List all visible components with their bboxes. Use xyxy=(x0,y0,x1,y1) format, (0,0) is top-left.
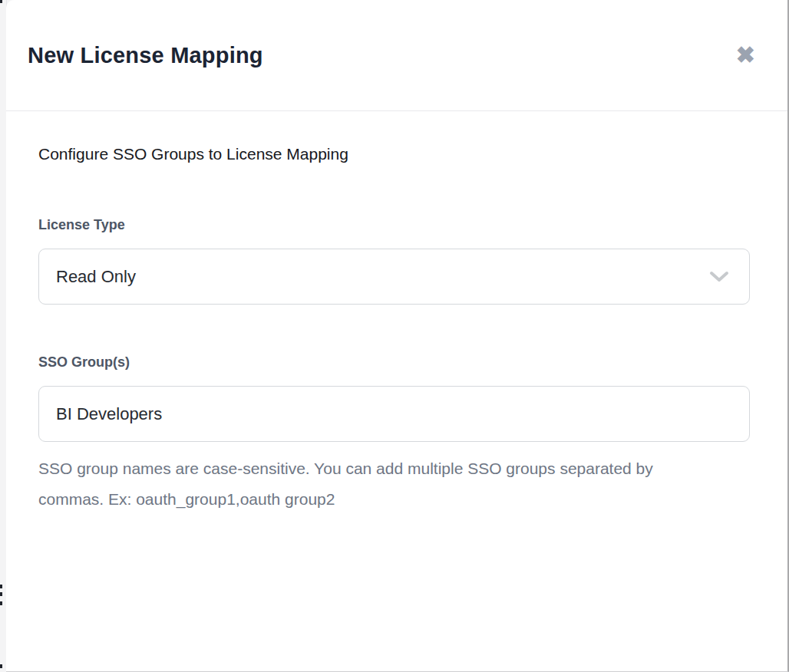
dialog-title: New License Mapping xyxy=(28,43,263,68)
section-heading: Configure SSO Groups to License Mapping xyxy=(38,144,748,164)
background-artifact xyxy=(0,664,2,668)
close-icon[interactable]: ✖ xyxy=(736,44,755,67)
sso-groups-input[interactable] xyxy=(38,386,750,442)
background-artifact xyxy=(0,585,2,588)
background-artifact xyxy=(0,601,2,605)
sso-groups-help-text: SSO group names are case-sensitive. You … xyxy=(38,453,683,515)
chevron-down-icon xyxy=(709,271,729,283)
new-license-mapping-dialog: New License Mapping ✖ Configure SSO Grou… xyxy=(6,0,789,672)
background-artifact xyxy=(0,0,2,3)
dialog-header: New License Mapping ✖ xyxy=(6,0,787,111)
license-type-selected-value: Read Only xyxy=(56,267,136,287)
sso-groups-label: SSO Group(s) xyxy=(38,354,748,371)
license-type-select[interactable]: Read Only xyxy=(38,249,750,305)
dialog-body: Configure SSO Groups to License Mapping … xyxy=(6,111,787,515)
screen: New License Mapping ✖ Configure SSO Grou… xyxy=(0,0,789,672)
background-artifact xyxy=(0,592,2,596)
license-type-label: License Type xyxy=(38,216,748,233)
